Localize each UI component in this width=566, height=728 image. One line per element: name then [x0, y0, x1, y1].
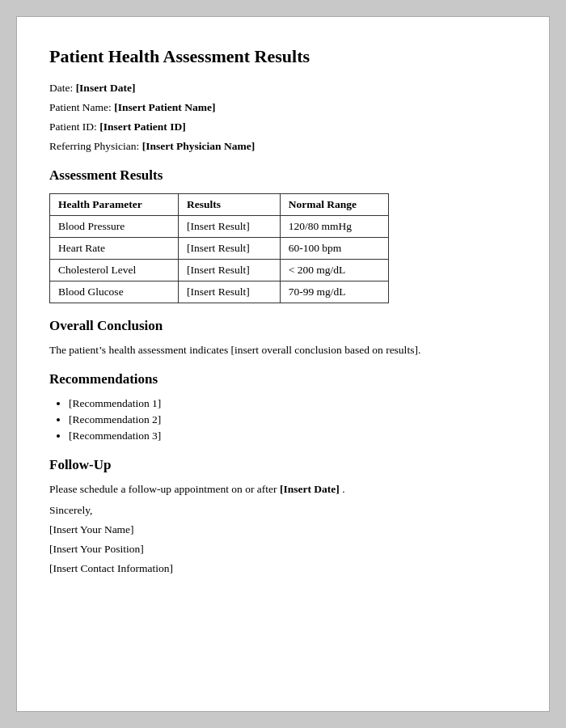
recommendations-section-title: Recommendations	[49, 371, 517, 387]
page-container: Patient Health Assessment Results Date: …	[16, 16, 550, 712]
physician-value: [Insert Physician Name]	[142, 140, 255, 152]
table-row: Blood Glucose[Insert Result]70-99 mg/dL	[50, 281, 389, 303]
patient-id-label: Patient ID:	[49, 121, 97, 133]
table-cell: [Insert Result]	[179, 281, 281, 303]
recommendations-list: [Recommendation 1][Recommendation 2][Rec…	[69, 397, 517, 442]
recommendation-item: [Recommendation 3]	[69, 430, 517, 442]
table-cell: Heart Rate	[50, 238, 179, 260]
table-cell: [Insert Result]	[179, 260, 281, 281]
followup-section-title: Follow-Up	[49, 457, 517, 473]
conclusion-text: The patient’s health assessment indicate…	[49, 344, 517, 357]
table-cell: [Insert Result]	[179, 216, 281, 238]
followup-text-before: Please schedule a follow-up appointment …	[49, 483, 277, 495]
table-cell: 120/80 mmHg	[280, 216, 388, 238]
patient-id-line: Patient ID: [Insert Patient ID]	[49, 121, 517, 133]
conclusion-section-title: Overall Conclusion	[49, 318, 517, 334]
followup-date: [Insert Date]	[280, 483, 340, 495]
followup-text-after: .	[342, 483, 344, 495]
date-value: [Insert Date]	[76, 82, 136, 94]
table-row: Cholesterol Level[Insert Result]< 200 mg…	[50, 260, 389, 281]
table-cell: 60-100 bpm	[280, 238, 388, 260]
signer-position: [Insert Your Position]	[49, 543, 517, 556]
followup-text: Please schedule a follow-up appointment …	[49, 483, 517, 496]
date-line: Date: [Insert Date]	[49, 82, 517, 95]
table-row: Heart Rate[Insert Result]60-100 bpm	[50, 238, 389, 260]
table-cell: < 200 mg/dL	[280, 260, 388, 281]
col-header-results: Results	[179, 194, 281, 216]
table-cell: 70-99 mg/dL	[280, 281, 388, 303]
table-cell: Cholesterol Level	[50, 260, 179, 281]
health-table: Health Parameter Results Normal Range Bl…	[49, 193, 389, 303]
table-cell: Blood Glucose	[50, 281, 179, 303]
patient-id-value: [Insert Patient ID]	[99, 121, 185, 133]
patient-name-line: Patient Name: [Insert Patient Name]	[49, 101, 517, 114]
table-header-row: Health Parameter Results Normal Range	[50, 194, 389, 216]
table-cell: [Insert Result]	[179, 238, 281, 260]
assessment-section-title: Assessment Results	[49, 167, 517, 184]
signature-block: Sincerely, [Insert Your Name] [Insert Yo…	[49, 504, 517, 575]
table-cell: Blood Pressure	[50, 216, 179, 238]
recommendation-item: [Recommendation 2]	[69, 413, 517, 426]
signer-contact: [Insert Contact Information]	[49, 562, 517, 575]
col-header-parameter: Health Parameter	[50, 194, 179, 216]
physician-label: Referring Physician:	[49, 140, 139, 152]
date-label: Date:	[49, 82, 73, 94]
table-row: Blood Pressure[Insert Result]120/80 mmHg	[50, 216, 389, 238]
signer-name: [Insert Your Name]	[49, 523, 517, 536]
col-header-range: Normal Range	[280, 194, 388, 216]
page-title: Patient Health Assessment Results	[49, 46, 517, 67]
recommendation-item: [Recommendation 1]	[69, 397, 517, 410]
sincerely: Sincerely,	[49, 504, 517, 517]
physician-line: Referring Physician: [Insert Physician N…	[49, 140, 517, 153]
patient-name-value: [Insert Patient Name]	[114, 101, 215, 113]
patient-name-label: Patient Name:	[49, 101, 112, 113]
